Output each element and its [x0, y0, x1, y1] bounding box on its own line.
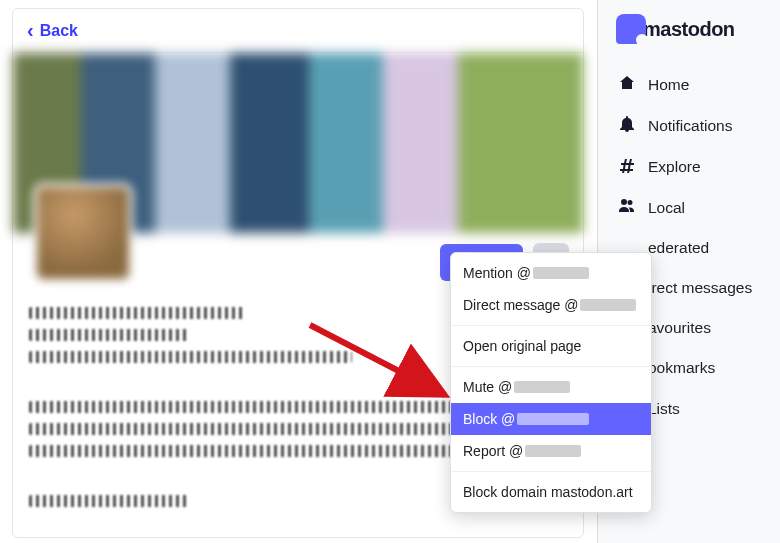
- users-icon: [618, 198, 636, 217]
- nav-home[interactable]: Home: [598, 64, 780, 105]
- back-label: Back: [40, 22, 78, 40]
- menu-mention[interactable]: Mention @: [451, 257, 651, 289]
- bell-icon: [618, 116, 636, 135]
- nav-dm-label: irect messages: [648, 279, 752, 297]
- nav-federated-label: ederated: [648, 239, 709, 257]
- redacted-username: [514, 381, 570, 393]
- redacted-username: [525, 445, 581, 457]
- menu-dm-label: Direct message @: [463, 297, 578, 313]
- profile-more-dropdown: Mention @ Direct message @ Open original…: [450, 252, 652, 513]
- menu-block-domain[interactable]: Block domain mastodon.art: [451, 476, 651, 508]
- menu-direct-message[interactable]: Direct message @: [451, 289, 651, 321]
- menu-block[interactable]: Block @: [451, 403, 651, 435]
- hashtag-icon: [618, 157, 636, 176]
- nav-lists-label: Lists: [648, 400, 680, 418]
- menu-open-original-label: Open original page: [463, 338, 581, 354]
- menu-open-original[interactable]: Open original page: [451, 330, 651, 362]
- menu-mute[interactable]: Mute @: [451, 371, 651, 403]
- nav-home-label: Home: [648, 76, 689, 94]
- nav-notifications-label: Notifications: [648, 117, 732, 135]
- mastodon-logo-icon: [616, 14, 646, 44]
- nav-explore[interactable]: Explore: [598, 146, 780, 187]
- menu-block-label: Block @: [463, 411, 515, 427]
- chevron-left-icon: ‹: [27, 19, 34, 42]
- redacted-username: [580, 299, 636, 311]
- divider: [451, 325, 651, 326]
- nav-explore-label: Explore: [648, 158, 701, 176]
- nav-local-label: Local: [648, 199, 685, 217]
- nav-favourites-label: avourites: [648, 319, 711, 337]
- banner-wrap: [13, 53, 583, 233]
- redacted-username: [533, 267, 589, 279]
- nav-bookmarks-label: ookmarks: [648, 359, 715, 377]
- redacted-username: [517, 413, 589, 425]
- menu-block-domain-label: Block domain mastodon.art: [463, 484, 633, 500]
- home-icon: [618, 75, 636, 94]
- nav-local[interactable]: Local: [598, 187, 780, 228]
- nav-notifications[interactable]: Notifications: [598, 105, 780, 146]
- mastodon-logo-text: mastodon: [652, 18, 735, 41]
- avatar[interactable]: [33, 183, 133, 283]
- menu-report-label: Report @: [463, 443, 523, 459]
- divider: [451, 471, 651, 472]
- menu-mute-label: Mute @: [463, 379, 512, 395]
- menu-report[interactable]: Report @: [451, 435, 651, 467]
- divider: [451, 366, 651, 367]
- mastodon-logo[interactable]: mastodon: [598, 10, 780, 64]
- back-button[interactable]: ‹ Back: [13, 9, 583, 53]
- menu-mention-label: Mention @: [463, 265, 531, 281]
